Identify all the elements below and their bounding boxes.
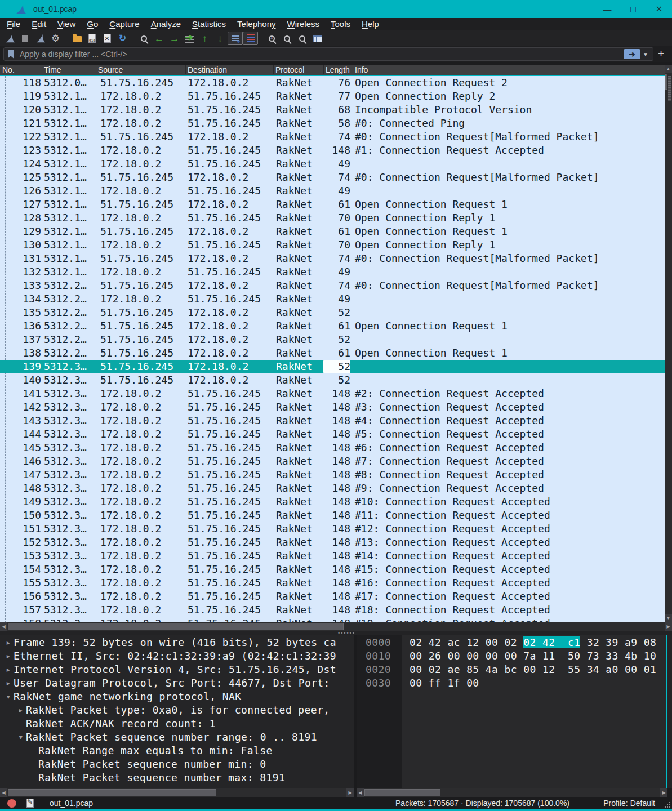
stop-capture-icon[interactable]: [17, 32, 33, 45]
menu-item-statistics[interactable]: Statistics: [188, 19, 230, 29]
expander-closed-icon[interactable]: ▸: [3, 636, 14, 649]
detail-tree-item[interactable]: ▾RakNet game networking protocol, NAK: [0, 690, 354, 703]
detail-tree-item[interactable]: RakNet ACK/NAK record count: 1: [0, 717, 354, 730]
packet-row[interactable]: 1525312.3…172.18.0.251.75.16.245RakNet14…: [0, 536, 665, 549]
column-header-time[interactable]: Time: [44, 65, 61, 75]
packet-row[interactable]: 1275312.1…51.75.16.245172.18.0.2RakNet61…: [0, 198, 665, 211]
menu-item-help[interactable]: Help: [357, 19, 384, 29]
column-separator[interactable]: [185, 65, 186, 74]
packet-row[interactable]: 1305312.1…172.18.0.251.75.16.245RakNet70…: [0, 238, 665, 252]
capture-comment-icon[interactable]: [26, 799, 34, 808]
detail-tree-item[interactable]: RakNet Packet sequence number max: 8191: [0, 771, 354, 785]
packet-row[interactable]: 1485312.3…172.18.0.251.75.16.245RakNet14…: [0, 482, 665, 495]
resize-grip[interactable]: [664, 801, 671, 808]
packet-row[interactable]: 1235312.1…172.18.0.251.75.16.245RakNet14…: [0, 144, 665, 157]
apply-filter-button[interactable]: ➜: [624, 49, 640, 59]
expander-closed-icon[interactable]: ▸: [3, 663, 14, 676]
scroll-left-arrow[interactable]: ◀: [0, 788, 7, 797]
expander-open-icon[interactable]: ▾: [16, 730, 26, 744]
scroll-down-arrow[interactable]: ▼: [665, 614, 672, 622]
detail-tree-item[interactable]: ▸Ethernet II, Src: 02:42:c1:32:39:a9 (02…: [0, 649, 354, 663]
pane-splitter[interactable]: ••••••: [0, 631, 672, 635]
details-horizontal-scrollbar[interactable]: ◀ ▶: [0, 788, 354, 797]
title-bar[interactable]: out_01.pcap —◻✕: [0, 0, 672, 18]
hex-row[interactable]: 000002 42 ac 12 00 02 02 42 c1 32 39 a9 …: [357, 636, 666, 649]
detail-tree-item[interactable]: ▸RakNet Packet type: 0xa0, is for connec…: [0, 703, 354, 717]
column-separator[interactable]: [273, 65, 274, 74]
column-header-length[interactable]: Length: [326, 65, 350, 75]
packet-row[interactable]: 1555312.3…172.18.0.251.75.16.245RakNet14…: [0, 576, 665, 590]
display-filter-input[interactable]: Apply a display filter ... <Ctrl-/> ➜ ▼: [3, 47, 653, 61]
filter-dropdown-caret[interactable]: ▼: [643, 51, 648, 57]
packet-row[interactable]: 1265312.1…172.18.0.251.75.16.245RakNet49: [0, 184, 665, 198]
menu-item-file[interactable]: File: [2, 19, 25, 29]
minimize-button[interactable]: —: [594, 0, 620, 18]
packet-row[interactable]: 1515312.3…172.18.0.251.75.16.245RakNet14…: [0, 522, 665, 536]
scroll-right-arrow[interactable]: ▶: [665, 622, 672, 631]
expert-info-icon[interactable]: [7, 799, 16, 808]
packet-row[interactable]: 1435312.3…172.18.0.251.75.16.245RakNet14…: [0, 414, 665, 427]
menu-item-telephony[interactable]: Telephony: [233, 19, 280, 29]
packet-row[interactable]: 1355312.2…51.75.16.245172.18.0.2RakNet52: [0, 306, 665, 319]
capture-options-icon[interactable]: ⚙: [48, 32, 63, 45]
column-header-protocol[interactable]: Protocol: [275, 65, 304, 75]
packet-row[interactable]: 1465312.3…172.18.0.251.75.16.245RakNet14…: [0, 454, 665, 468]
details-vertical-scrollbar[interactable]: [667, 73, 672, 154]
menu-item-tools[interactable]: Tools: [326, 19, 355, 29]
packet-row[interactable]: 1415312.3…172.18.0.251.75.16.245RakNet14…: [0, 387, 665, 400]
scroll-right-arrow[interactable]: ▶: [660, 788, 667, 797]
start-capture-icon[interactable]: [2, 32, 17, 45]
packet-row[interactable]: 1425312.3…172.18.0.251.75.16.245RakNet14…: [0, 400, 665, 414]
packet-row[interactable]: 1455312.3…172.18.0.251.75.16.245RakNet14…: [0, 441, 665, 454]
expander-closed-icon[interactable]: ▸: [3, 649, 14, 663]
find-packet-icon[interactable]: [136, 32, 152, 45]
column-separator[interactable]: [96, 65, 96, 74]
zoom-reset-icon[interactable]: [295, 32, 310, 45]
menu-item-go[interactable]: Go: [82, 19, 103, 29]
packet-row[interactable]: 1205312.1…172.18.0.251.75.16.245RakNet68…: [0, 103, 665, 117]
menu-item-wireless[interactable]: Wireless: [283, 19, 324, 29]
hex-row[interactable]: 002000 02 ae 85 4a bc 00 12 55 34 a0 00 …: [357, 663, 666, 676]
go-first-packet-icon[interactable]: ↑: [197, 32, 212, 45]
packet-row[interactable]: 1375312.2…51.75.16.245172.18.0.2RakNet52: [0, 333, 665, 346]
maximize-button[interactable]: ◻: [620, 0, 646, 18]
detail-tree-item[interactable]: ▾RakNet Packet sequence number range: 0 …: [0, 730, 354, 744]
packet-row[interactable]: 1345312.2…172.18.0.251.75.16.245RakNet49: [0, 292, 665, 306]
zoom-out-icon[interactable]: −: [279, 32, 295, 45]
detail-tree-item[interactable]: ▸User Datagram Protocol, Src Port: 44677…: [0, 676, 354, 690]
menu-item-edit[interactable]: Edit: [27, 19, 51, 29]
packet-row[interactable]: 1315312.1…51.75.16.245172.18.0.2RakNet74…: [0, 252, 665, 265]
zoom-in-icon[interactable]: +: [264, 32, 279, 45]
save-file-icon[interactable]: 010: [84, 32, 100, 45]
column-header-source[interactable]: Source: [98, 65, 123, 75]
close-file-icon[interactable]: ✕: [100, 32, 115, 45]
packet-row[interactable]: 1195312.1…172.18.0.251.75.16.245RakNet77…: [0, 90, 665, 103]
packet-row[interactable]: 1245312.1…172.18.0.251.75.16.245RakNet49: [0, 157, 665, 171]
packet-row[interactable]: 1405312.3…51.75.16.245172.18.0.2RakNet52: [0, 373, 665, 387]
packet-row[interactable]: 1285312.1…172.18.0.251.75.16.245RakNet70…: [0, 211, 665, 225]
packet-row[interactable]: 1365312.2…51.75.16.245172.18.0.2RakNet61…: [0, 319, 665, 333]
packet-row[interactable]: 1385312.2…51.75.16.245172.18.0.2RakNet61…: [0, 346, 665, 360]
column-separator[interactable]: [42, 65, 42, 74]
packet-row[interactable]: 1325312.1…172.18.0.251.75.16.245RakNet49: [0, 265, 665, 279]
expander-closed-icon[interactable]: ▸: [16, 703, 26, 717]
expander-open-icon[interactable]: ▾: [3, 690, 14, 703]
scroll-left-arrow[interactable]: ◀: [357, 788, 364, 797]
hex-row[interactable]: 001000 26 00 00 00 00 7a 11 50 73 33 4b …: [357, 649, 666, 663]
detail-tree-item[interactable]: ▸Internet Protocol Version 4, Src: 51.75…: [0, 663, 354, 676]
scroll-thumb[interactable]: [364, 789, 440, 796]
packet-row[interactable]: 1575312.3…172.18.0.251.75.16.245RakNet14…: [0, 603, 665, 617]
column-separator[interactable]: [353, 65, 353, 74]
packet-row[interactable]: 1335312.2…51.75.16.245172.18.0.2RakNet74…: [0, 279, 665, 292]
menu-item-analyze[interactable]: Analyze: [146, 19, 185, 29]
close-button[interactable]: ✕: [646, 0, 672, 18]
packet-list-horizontal-scrollbar[interactable]: ◀ ▶: [0, 622, 672, 631]
scroll-thumb[interactable]: [668, 76, 671, 101]
packet-row[interactable]: 1185312.0…51.75.16.245172.18.0.2RakNet76…: [0, 76, 665, 90]
column-separator[interactable]: [323, 65, 324, 74]
column-header-info[interactable]: Info: [355, 65, 368, 75]
go-back-icon[interactable]: ←: [152, 32, 167, 45]
reload-file-icon[interactable]: ↻: [115, 32, 130, 45]
packet-row[interactable]: 1545312.3…172.18.0.251.75.16.245RakNet14…: [0, 563, 665, 576]
menu-item-view[interactable]: View: [53, 19, 80, 29]
